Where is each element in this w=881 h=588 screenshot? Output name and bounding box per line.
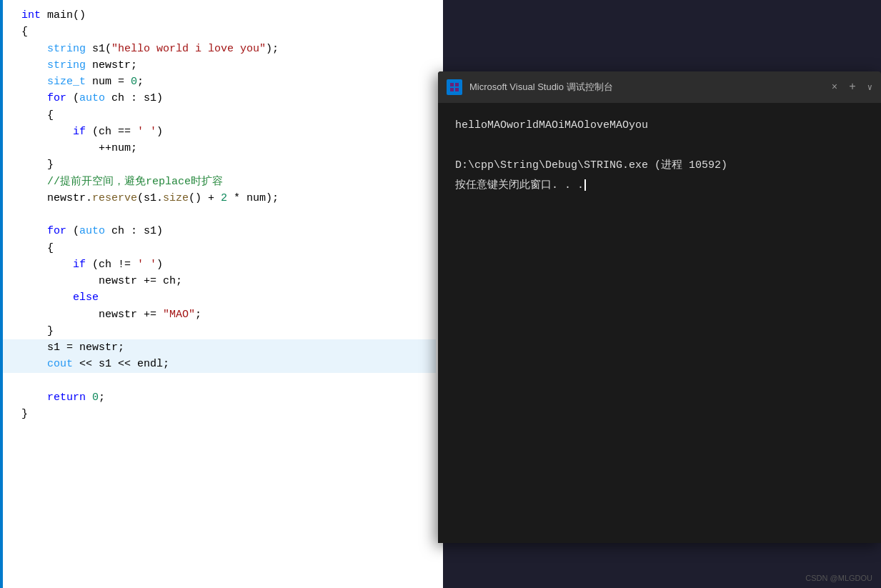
code-line-18: else bbox=[21, 289, 436, 306]
watermark: CSDN @MLGDOU bbox=[805, 574, 872, 582]
code-editor: int main() { string s1("hello world i lo… bbox=[0, 0, 443, 588]
terminal-title: Microsoft Visual Studio 调试控制台 bbox=[469, 81, 825, 94]
code-line-12: newstr.reserve(s1.size() + 2 * num); bbox=[21, 190, 436, 206]
code-line-15: { bbox=[21, 240, 436, 256]
terminal-body: helloMAOworldMAOiMAOloveMAOyou D:\cpp\St… bbox=[438, 103, 881, 211]
code-line-23 bbox=[21, 373, 436, 389]
code-line-7: { bbox=[21, 107, 436, 124]
code-line-11: //提前开空间，避免replace时扩容 bbox=[21, 174, 436, 190]
code-line-19: newstr += "MAO"; bbox=[21, 307, 436, 323]
code-line-5: size_t num = 0; bbox=[21, 74, 436, 90]
svg-rect-0 bbox=[450, 83, 454, 86]
code-line-25: } bbox=[21, 406, 436, 422]
svg-rect-2 bbox=[450, 88, 454, 91]
code-line-20: } bbox=[21, 323, 436, 339]
code-line-16: if (ch != ' ') bbox=[21, 256, 436, 273]
new-tab-button[interactable]: + bbox=[849, 81, 856, 94]
terminal-line-2 bbox=[455, 137, 864, 154]
svg-rect-3 bbox=[455, 88, 459, 91]
svg-rect-1 bbox=[455, 83, 459, 86]
terminal-controls: × + ∨ bbox=[832, 81, 872, 94]
code-line-22: cout << s1 << endl; bbox=[0, 356, 436, 372]
code-line-3: string s1("hello world i love you"); bbox=[21, 41, 436, 57]
cursor-blink bbox=[584, 179, 586, 191]
terminal-line-4: 按任意键关闭此窗口. . . bbox=[455, 177, 864, 194]
dropdown-button[interactable]: ∨ bbox=[867, 82, 872, 93]
terminal-titlebar: Microsoft Visual Studio 调试控制台 × + ∨ bbox=[438, 71, 881, 103]
code-line-4: string newstr; bbox=[21, 57, 436, 74]
vs-icon bbox=[447, 79, 462, 95]
terminal-line-1: helloMAOworldMAOiMAOloveMAOyou bbox=[455, 117, 864, 134]
terminal-panel: Microsoft Visual Studio 调试控制台 × + ∨ hell… bbox=[438, 71, 881, 543]
code-line-14: for (auto ch : s1) bbox=[21, 223, 436, 239]
code-line-9: ++num; bbox=[21, 140, 436, 156]
code-line-6: for (auto ch : s1) bbox=[21, 90, 436, 106]
code-line-2: { bbox=[21, 24, 436, 40]
code-line-17: newstr += ch; bbox=[21, 273, 436, 289]
code-line-1: int main() bbox=[21, 7, 436, 24]
terminal-line-3: D:\cpp\String\Debug\STRING.exe (进程 10592… bbox=[455, 157, 864, 174]
code-line-13 bbox=[21, 206, 436, 223]
code-content: int main() { string s1("hello world i lo… bbox=[0, 0, 443, 429]
code-line-21: s1 = newstr; bbox=[0, 339, 436, 356]
code-line-8: if (ch == ' ') bbox=[21, 124, 436, 140]
code-line-10: } bbox=[21, 156, 436, 173]
close-button[interactable]: × bbox=[832, 81, 837, 93]
code-line-24: return 0; bbox=[21, 389, 436, 406]
